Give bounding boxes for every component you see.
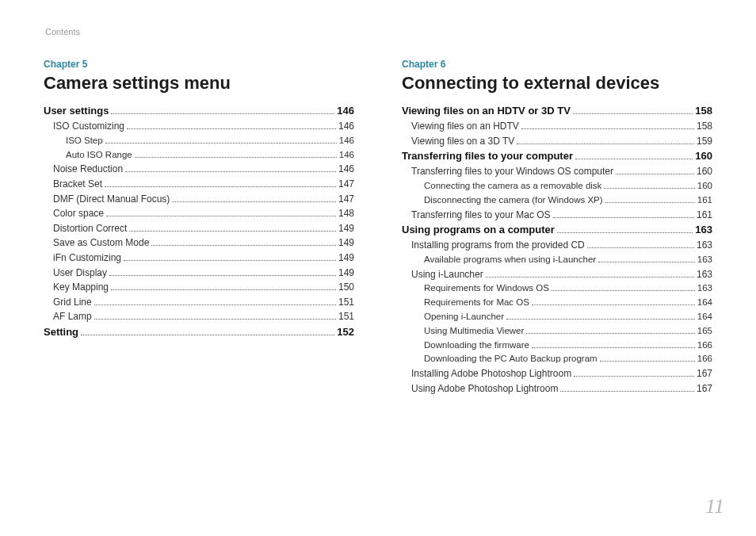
toc-entry[interactable]: Opening i-Launcher164: [402, 310, 712, 324]
toc-entry-label: Downloading the firmware: [424, 339, 529, 353]
toc-entry-page: 158: [695, 103, 712, 119]
toc-entry-page: 159: [697, 134, 712, 149]
toc-entry[interactable]: iFn Customizing149: [44, 251, 354, 266]
toc-dots: [94, 319, 336, 320]
toc-entry[interactable]: Transferring files to your computer160: [402, 148, 712, 164]
toc-dots: [106, 216, 336, 216]
toc-dots: [532, 304, 695, 305]
toc-entry[interactable]: ISO Step146: [44, 134, 354, 148]
toc-entry-label: Connecting the camera as a removable dis…: [424, 179, 601, 193]
toc-dots: [94, 304, 336, 305]
toc-entry-label: Setting: [44, 324, 78, 340]
contents-header: Contents: [44, 27, 712, 36]
toc-entry[interactable]: ISO Customizing146: [44, 119, 354, 134]
toc-entry[interactable]: Downloading the PC Auto Backup program16…: [402, 352, 712, 366]
toc-dots: [486, 277, 694, 278]
chapter-label: Chapter 5: [44, 59, 354, 70]
toc-entry-label: Using i-Launcher: [411, 267, 483, 282]
toc-entry[interactable]: Installing programs from the provided CD…: [402, 238, 712, 253]
toc-entry-page: 151: [338, 309, 354, 324]
toc-entry-page: 163: [697, 267, 712, 282]
toc-entry-label: Transferring files to your Windows OS co…: [411, 164, 613, 179]
toc-entry[interactable]: Installing Adobe Photoshop Lightroom167: [402, 366, 712, 381]
toc-entry[interactable]: Connecting the camera as a removable dis…: [402, 179, 712, 193]
toc-dots: [105, 186, 336, 187]
toc-dots: [109, 275, 336, 276]
toc-entry[interactable]: Color space148: [44, 206, 354, 221]
toc-entry[interactable]: Transferring files to your Mac OS161: [402, 208, 712, 223]
toc-entry-label: ISO Customizing: [53, 119, 124, 134]
toc-entry[interactable]: Available programs when using i-Launcher…: [402, 253, 712, 267]
toc-dots: [605, 202, 695, 203]
toc-entry-label: Requirements for Mac OS: [424, 296, 529, 310]
toc-entry-page: 160: [697, 164, 712, 179]
toc-entry[interactable]: Using programs on a computer163: [402, 222, 712, 238]
toc-entry-page: 151: [338, 295, 354, 310]
toc-entry[interactable]: Grid Line151: [44, 295, 354, 310]
toc-entry[interactable]: Auto ISO Range146: [44, 148, 354, 163]
toc-entry[interactable]: Using i-Launcher163: [402, 267, 712, 282]
toc-entry[interactable]: User Display149: [44, 266, 354, 281]
toc-entry-page: 166: [697, 339, 712, 353]
chapter-title: Connecting to external devices: [402, 73, 712, 94]
toc-entry-label: iFn Customizing: [53, 251, 121, 266]
toc-entry-page: 146: [339, 148, 354, 163]
page-number: 11: [705, 495, 724, 519]
toc-entry-label: AF Lamp: [53, 309, 92, 324]
toc-entry[interactable]: DMF (Direct Manual Focus)147: [44, 192, 354, 207]
toc-entry[interactable]: Viewing files on a 3D TV159: [402, 134, 712, 149]
toc-dots: [135, 157, 337, 158]
toc-entry[interactable]: AF Lamp151: [44, 309, 354, 324]
toc-entry[interactable]: Using Multimedia Viewer165: [402, 324, 712, 339]
toc-entry[interactable]: Viewing files on an HDTV158: [402, 119, 712, 134]
toc-entry[interactable]: Requirements for Windows OS163: [402, 281, 712, 296]
toc-dots: [172, 201, 336, 202]
toc-dots: [506, 319, 695, 320]
toc-entry-label: Save as Custom Mode: [53, 235, 149, 251]
toc-dots: [517, 144, 694, 144]
toc-entry-page: 165: [697, 324, 712, 339]
toc-dots: [573, 113, 693, 114]
chapter-title: Camera settings menu: [44, 73, 354, 94]
toc-dots: [600, 361, 695, 362]
toc-entry-label: Requirements for Windows OS: [424, 281, 549, 296]
toc-columns: Chapter 5Camera settings menuUser settin…: [44, 59, 712, 396]
toc-entry-page: 167: [697, 381, 712, 396]
toc-entry[interactable]: Setting152: [44, 324, 354, 340]
toc-entry-label: Distortion Correct: [53, 221, 127, 236]
toc-entry-page: 147: [338, 177, 354, 192]
toc-entry[interactable]: Disconnecting the camera (for Windows XP…: [402, 193, 712, 208]
toc-entry-label: Transferring files to your Mac OS: [411, 208, 551, 223]
toc-entry-page: 160: [697, 179, 712, 193]
toc-entry[interactable]: Requirements for Mac OS164: [402, 296, 712, 310]
toc-entry[interactable]: Using Adobe Photoshop Lightroom167: [402, 381, 712, 396]
toc-dots: [598, 262, 695, 262]
toc-entry[interactable]: Transferring files to your Windows OS co…: [402, 164, 712, 179]
toc-entry[interactable]: Bracket Set147: [44, 177, 354, 192]
toc-entry-label: Downloading the PC Auto Backup program: [424, 352, 598, 366]
toc-entry[interactable]: Save as Custom Mode149: [44, 235, 354, 251]
toc-entry[interactable]: Noise Reduction146: [44, 162, 354, 177]
toc-entry-label: Transferring files to your computer: [402, 148, 573, 164]
toc-entry-label: Using Adobe Photoshop Lightroom: [411, 381, 558, 396]
toc-entry-label: User settings: [44, 103, 109, 119]
toc-entry-page: 146: [338, 162, 354, 177]
toc-dots: [532, 347, 695, 348]
toc-entry[interactable]: User settings146: [44, 103, 354, 119]
toc-dots: [557, 232, 693, 233]
toc-entry[interactable]: Downloading the firmware166: [402, 339, 712, 353]
toc-entry-page: 161: [697, 208, 712, 223]
toc-dots: [105, 143, 337, 144]
chapter-label: Chapter 6: [402, 59, 712, 70]
toc-entry[interactable]: Key Mapping150: [44, 280, 354, 295]
toc-entry-label: Available programs when using i-Launcher: [424, 253, 596, 267]
toc-entry[interactable]: Distortion Correct149: [44, 221, 354, 236]
toc-entry-label: Viewing files on an HDTV: [411, 119, 519, 134]
toc-dots: [526, 333, 694, 334]
toc-dots: [129, 231, 336, 232]
toc-entry-page: 164: [697, 310, 712, 324]
toc-entry[interactable]: Viewing files on an HDTV or 3D TV158: [402, 103, 712, 119]
toc-dots: [616, 174, 694, 174]
toc-dots: [81, 335, 334, 335]
toc-entry-page: 149: [338, 235, 354, 251]
